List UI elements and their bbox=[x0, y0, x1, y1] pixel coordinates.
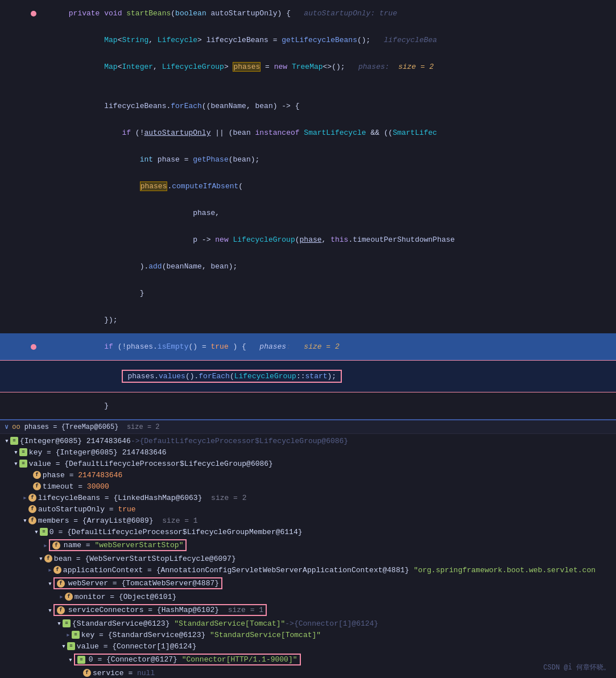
tree-arrow-d2[interactable]: ▾ bbox=[14, 448, 18, 457]
tree-key-d3: value = {DefaultLifecycleProcessor$Lifec… bbox=[29, 460, 273, 468]
tree-key-d18: value = {Connector[1]@6124} bbox=[77, 642, 197, 651]
tree-icon-d5: f bbox=[33, 482, 41, 490]
var-auto: autoStartupOnly bbox=[211, 9, 278, 18]
debug-header-icon: ∨ bbox=[5, 423, 9, 431]
code-line-15: phases.values().forEach(LifecycleGroup::… bbox=[0, 360, 616, 392]
tree-arrow-d15[interactable]: ▾ bbox=[48, 606, 52, 615]
tree-arrow-d19[interactable]: ▾ bbox=[68, 655, 73, 664]
tree-key-d7: autoStartupOnly = true bbox=[38, 505, 136, 514]
boxed-webserver-row: f webServer = {TomcatWebServer@4887} bbox=[53, 577, 222, 589]
tree-key-d15: serviceConnectors = {HashMap@6102} size … bbox=[68, 606, 263, 614]
tree-key-d19: 0 = {Connector@6127} "Connector[HTTP/1.1… bbox=[89, 655, 297, 664]
code-empty bbox=[40, 82, 616, 91]
tree-icon-d14: f bbox=[65, 593, 73, 601]
tree-icon-d1: ≡ bbox=[10, 437, 18, 445]
tree-icon-d18: ≡ bbox=[67, 642, 75, 650]
phases-highlight: phases bbox=[233, 62, 261, 72]
code-line-2: Map<String, Lifecycle> lifecycleBeans = … bbox=[0, 27, 616, 53]
tree-item-d6: ▸ f lifecycleBeans = {LinkedHashMap@6063… bbox=[0, 492, 616, 503]
tree-icon-d3: ≡ bbox=[19, 460, 27, 468]
code-content-11: ).add(beanName, bean); bbox=[40, 254, 616, 279]
code-line-empty bbox=[0, 80, 616, 93]
tree-arrow-d11[interactable]: ▾ bbox=[39, 554, 43, 563]
tree-item-d8: ▾ f members = {ArrayList@6089} size = 1 bbox=[0, 515, 616, 526]
tree-item-d2: ▾ ≡ key = {Integer@6085} 2147483646 bbox=[0, 447, 616, 458]
code-content-7: int phase = getPhase(bean); bbox=[40, 147, 616, 172]
tree-item-d3: ▾ ≡ value = {DefaultLifecycleProcessor$L… bbox=[0, 458, 616, 469]
comment-1: autoStartupOnly: true bbox=[304, 9, 397, 18]
boxed-service-connectors-row: f serviceConnectors = {HashMap@6102} siz… bbox=[53, 604, 267, 616]
tree-arrow-d14[interactable]: ▸ bbox=[59, 592, 64, 601]
tree-icon-d13: f bbox=[57, 580, 65, 588]
tree-item-d20: f service = null bbox=[0, 667, 616, 678]
kw-boolean: boolean bbox=[175, 9, 206, 18]
code-line-11: ).add(beanName, bean); bbox=[0, 253, 616, 280]
tree-arrow-d8[interactable]: ▾ bbox=[23, 516, 27, 525]
tree-key-d11: bean = {WebServerStartStopLifecycle@6097… bbox=[54, 555, 236, 563]
tree-item-d17: ▸ ≡ key = {StandardService@6123} "Standa… bbox=[0, 629, 616, 640]
tree-icon-d16: ≡ bbox=[63, 619, 71, 627]
code-line-1: private void startBeans(boolean autoStar… bbox=[0, 0, 616, 27]
code-content-13: }); bbox=[40, 307, 616, 333]
tree-icon-d7: f bbox=[28, 505, 36, 513]
tree-arrow-d6[interactable]: ▸ bbox=[23, 493, 27, 502]
tree-arrow-d3[interactable]: ▾ bbox=[14, 459, 18, 468]
debug-tree: ▾ ≡ {Integer@6085} 2147483646 -> {Defaul… bbox=[0, 434, 616, 678]
tree-key-d20: service = null bbox=[93, 669, 155, 677]
breakpoint-1[interactable] bbox=[31, 11, 36, 16]
tree-item-d18: ▾ ≡ value = {Connector[1]@6124} bbox=[0, 640, 616, 652]
tree-item-d9: ▾ ≡ 0 = {DefaultLifecycleProcessor$Lifec… bbox=[0, 526, 616, 538]
code-content-5: lifecycleBeans.forEach((beanName, bean) … bbox=[40, 93, 616, 119]
tree-icon-d19: ≡ bbox=[77, 656, 85, 664]
tree-key-d10: name = "webServerStartStop" bbox=[64, 541, 184, 549]
tree-arrow-d1[interactable]: ▾ bbox=[5, 436, 9, 445]
tree-arrow-d16[interactable]: ▾ bbox=[57, 619, 61, 628]
debug-header: ∨ oo phases = {TreeMap@6065} size = 2 bbox=[0, 420, 616, 434]
code-line-16: } bbox=[0, 392, 616, 419]
tree-key-d5: timeout = 30000 bbox=[43, 482, 109, 491]
phases-highlight-2: phases bbox=[140, 181, 168, 191]
tree-item-d12: ▸ f applicationContext = {AnnotationConf… bbox=[0, 564, 616, 576]
tree-icon-d8: f bbox=[28, 516, 36, 524]
code-content-10: p -> new LifecycleGroup(phase, this.time… bbox=[40, 227, 616, 253]
tree-item-d10: ▸ f name = "webServerStartStop" bbox=[0, 539, 616, 552]
code-content-16: } bbox=[40, 393, 616, 419]
tree-icon-d4: f bbox=[33, 471, 41, 479]
tree-key-d9: 0 = {DefaultLifecycleProcessor$Lifecycle… bbox=[49, 528, 303, 536]
tree-arrow-d18[interactable]: ▾ bbox=[61, 642, 66, 651]
boxed-connector-row: ≡ 0 = {Connector@6127} "Connector[HTTP/1… bbox=[74, 654, 301, 665]
tree-arrow-d13[interactable]: ▾ bbox=[48, 579, 52, 588]
code-line-6: if (!autoStartupOnly || (bean instanceof… bbox=[0, 119, 616, 146]
code-content-8: phases.computeIfAbsent( bbox=[40, 173, 616, 199]
boxed-name-row: f name = "webServerStartStop" bbox=[49, 539, 187, 551]
code-line-8: phases.computeIfAbsent( bbox=[0, 173, 616, 200]
tree-item-d19: ▾ ≡ 0 = {Connector@6127} "Connector[HTTP… bbox=[0, 653, 616, 666]
tree-item-d14: ▸ f monitor = {Object@6101} bbox=[0, 591, 616, 602]
tree-arrow-d10[interactable]: ▸ bbox=[43, 541, 48, 550]
tree-key-d14: monitor = {Object@6101} bbox=[75, 593, 176, 601]
code-content-2: Map<String, Lifecycle> lifecycleBeans = … bbox=[40, 27, 616, 53]
tree-key-d13: webServer = {TomcatWebServer@4887} bbox=[68, 579, 219, 588]
tree-key-d6: lifecycleBeans = {LinkedHashMap@6063} si… bbox=[38, 494, 247, 502]
tree-item-d11: ▾ f bean = {WebServerStartStopLifecycle@… bbox=[0, 553, 616, 564]
code-line-9: phase, bbox=[0, 200, 616, 226]
tree-icon-d15: f bbox=[57, 606, 65, 614]
code-content-6: if (!autoStartupOnly || (bean instanceof… bbox=[40, 120, 616, 146]
tree-arrow-d17[interactable]: ▸ bbox=[66, 630, 71, 639]
tree-item-d5: ▸ f timeout = 30000 bbox=[0, 481, 616, 492]
tree-arrow-d4: ▸ bbox=[27, 470, 32, 479]
tree-arrow-d12[interactable]: ▸ bbox=[48, 565, 52, 574]
kw-private: private bbox=[69, 9, 100, 18]
tree-icon-d9: ≡ bbox=[40, 528, 48, 536]
tree-icon-d12: f bbox=[53, 566, 61, 574]
tree-item-d16: ▾ ≡ {StandardService@6123} "StandardServ… bbox=[0, 618, 616, 629]
tree-icon-d17: ≡ bbox=[72, 631, 80, 639]
tree-arrow-d9[interactable]: ▾ bbox=[34, 527, 39, 536]
breakpoint-14[interactable] bbox=[31, 344, 36, 350]
tree-key-d12: applicationContext = {AnnotationConfigSe… bbox=[63, 566, 596, 574]
code-line-12: } bbox=[0, 280, 616, 307]
tree-key-d17: key = {StandardService@6123} "StandardSe… bbox=[81, 631, 321, 639]
tree-item-d1: ▾ ≡ {Integer@6085} 2147483646 -> {Defaul… bbox=[0, 435, 616, 447]
tree-icon-d20: f bbox=[83, 669, 91, 677]
tree-item-d15: ▾ f serviceConnectors = {HashMap@6102} s… bbox=[0, 603, 616, 617]
